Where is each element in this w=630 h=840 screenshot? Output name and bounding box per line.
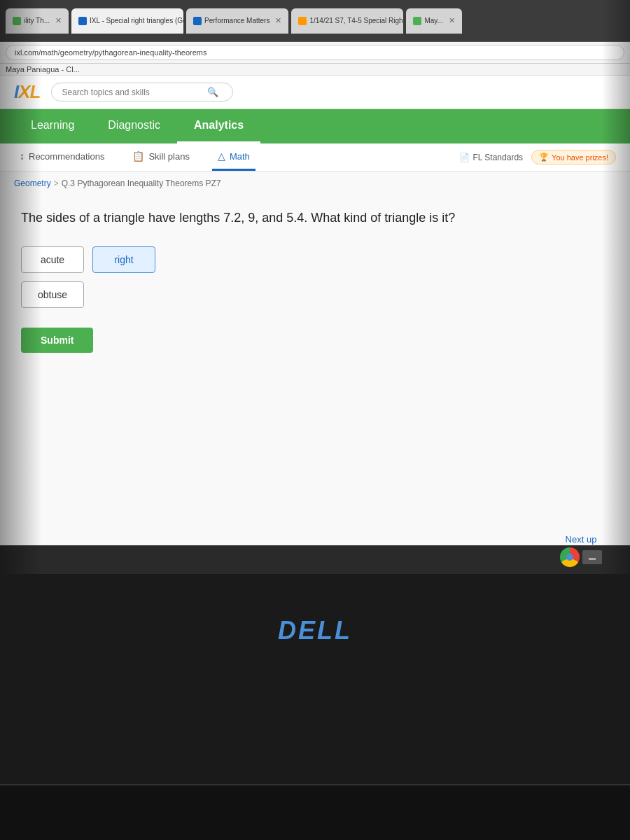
dell-logo: DELL: [278, 616, 352, 645]
search-input[interactable]: [62, 88, 202, 97]
main-content: The sides of a triangle have lengths 7.2…: [0, 195, 630, 545]
sub-nav: ↕ Recommendations 📋 Skill plans △ Math 📄…: [0, 144, 630, 172]
fl-standards-icon: 📄: [459, 153, 470, 162]
subnav-left: ↕ Recommendations 📋 Skill plans △ Math: [14, 144, 255, 171]
breadcrumb: Geometry > Q.3 Pythagorean Inequality Th…: [0, 172, 630, 195]
subnav-recommendations[interactable]: ↕ Recommendations: [14, 144, 110, 171]
tab-1-close[interactable]: ✕: [55, 16, 62, 25]
next-up-area: Next up ▬: [560, 534, 602, 567]
taskbar-icon: ▬: [582, 550, 602, 564]
recommendations-icon: ↕: [20, 150, 24, 162]
subnav-right: 📄 FL Standards 🏆 You have prizes!: [459, 150, 616, 164]
prizes-badge[interactable]: 🏆 You have prizes!: [531, 150, 616, 164]
math-icon: △: [218, 150, 225, 162]
breadcrumb-geometry[interactable]: Geometry: [14, 178, 51, 188]
tab-3[interactable]: Performance Matters ✕: [186, 8, 288, 34]
fl-standards-link[interactable]: 📄 FL Standards: [459, 153, 523, 162]
choice-obtuse[interactable]: obtuse: [21, 281, 84, 308]
search-icon: 🔍: [207, 87, 218, 97]
next-up-label: Next up: [566, 534, 597, 545]
choice-acute[interactable]: acute: [21, 246, 84, 273]
bookmarks-bar: Maya Paniagua - Cl...: [0, 64, 630, 76]
ixl-header: IXL 🔍: [0, 76, 630, 109]
breadcrumb-sep: >: [54, 178, 59, 188]
main-nav: Learning Diagnostic Analytics: [0, 109, 630, 144]
chrome-icon: [560, 547, 580, 567]
answer-row-2: obtuse: [21, 281, 609, 308]
subnav-math[interactable]: △ Math: [212, 144, 255, 171]
tab-3-close[interactable]: ✕: [275, 16, 281, 25]
trophy-icon: 🏆: [539, 153, 549, 162]
subnav-skill-plans[interactable]: 📋 Skill plans: [127, 144, 195, 171]
laptop-bezel: [0, 784, 630, 840]
ixl-page: IXL 🔍 Learning Diagnostic Analytics ↕ Re…: [0, 76, 630, 545]
skill-plans-icon: 📋: [132, 150, 144, 162]
search-bar[interactable]: 🔍: [51, 83, 233, 102]
tab-4[interactable]: 1/14/21 S7, T4-5 Special Right T... ✕: [291, 8, 403, 34]
address-bar-row: ixl.com/math/geometry/pythagorean-inequa…: [0, 42, 630, 64]
tab-5[interactable]: May... ✕: [406, 8, 461, 34]
bookmark-maya[interactable]: Maya Paniagua - Cl...: [6, 65, 80, 74]
nav-tab-learning[interactable]: Learning: [14, 109, 91, 144]
address-bar[interactable]: ixl.com/math/geometry/pythagorean-inequa…: [6, 45, 624, 60]
tab-2[interactable]: IXL - Special right triangles (Geo ✕: [71, 8, 183, 34]
ixl-logo: IXL: [14, 81, 40, 103]
nav-tab-diagnostic[interactable]: Diagnostic: [91, 109, 177, 144]
submit-button[interactable]: Submit: [21, 328, 93, 353]
browser-tabs: ility Th... ✕ IXL - Special right triang…: [0, 0, 630, 42]
tab-5-close[interactable]: ✕: [449, 16, 455, 25]
breadcrumb-current: Q.3 Pythagorean Inequality Theorems PZ7: [62, 178, 221, 188]
choice-right[interactable]: right: [92, 246, 155, 273]
next-up-icons: ▬: [560, 547, 602, 567]
nav-tab-analytics[interactable]: Analytics: [177, 109, 260, 144]
answer-row-1: acute right: [21, 246, 609, 273]
tab-1[interactable]: ility Th... ✕: [6, 8, 69, 34]
laptop-bottom: DELL: [0, 574, 630, 840]
question-text: The sides of a triangle have lengths 7.2…: [21, 209, 609, 227]
